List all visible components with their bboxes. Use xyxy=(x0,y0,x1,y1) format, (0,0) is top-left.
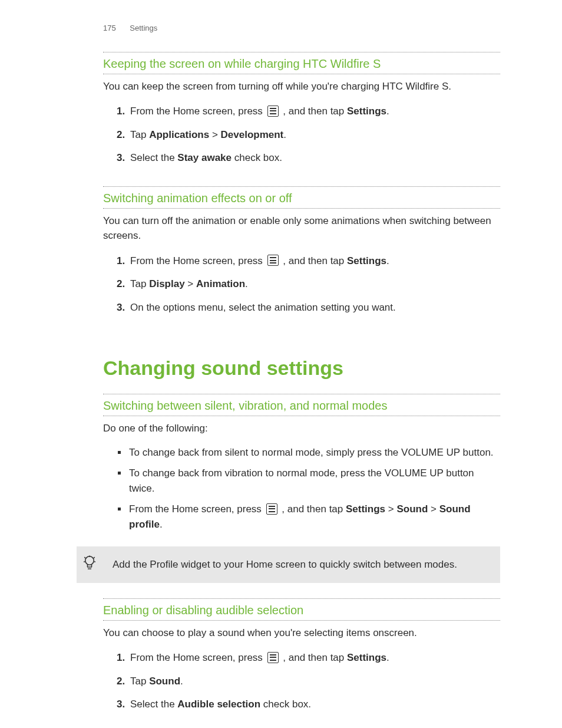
step-text: > xyxy=(209,129,220,140)
step-item: From the Home screen, press , and then t… xyxy=(128,646,500,670)
divider xyxy=(103,208,500,209)
bullet-item: To change back from silent to normal mod… xyxy=(128,442,500,463)
tip-callout: Add the Profile widget to your Home scre… xyxy=(77,546,500,583)
term-settings: Settings xyxy=(347,106,386,117)
step-text: . xyxy=(386,106,389,117)
step-text: Select the xyxy=(130,152,177,163)
term-sound: Sound xyxy=(396,503,428,515)
divider xyxy=(103,416,500,416)
step-text: . xyxy=(386,255,389,266)
term-development: Development xyxy=(221,129,284,140)
step-text: Tap xyxy=(130,676,149,687)
menu-icon xyxy=(267,652,279,663)
section-heading: Switching between silent, vibration, and… xyxy=(103,396,500,414)
lightbulb-icon xyxy=(81,555,98,576)
term-settings: Settings xyxy=(346,503,385,515)
step-text: > xyxy=(185,278,196,289)
bullet-text: > xyxy=(385,503,396,515)
bullet-item: To change back from vibration to normal … xyxy=(128,463,500,499)
step-text: . xyxy=(180,676,183,687)
section-heading: Switching animation effects on or off xyxy=(103,188,500,207)
step-item: Select the Audible selection check box. xyxy=(128,693,500,716)
steps-list: From the Home screen, press , and then t… xyxy=(103,646,500,716)
intro-text: Do one of the following: xyxy=(103,421,500,436)
tip-text: Add the Profile widget to your Home scre… xyxy=(113,557,457,572)
step-item: Tap Sound. xyxy=(128,670,500,693)
bullet-text: . xyxy=(160,519,163,530)
section-keep-screen-on: Keeping the screen on while charging HTC… xyxy=(103,52,500,170)
menu-icon xyxy=(267,255,279,266)
divider xyxy=(103,598,500,599)
document-page: 175 Settings Keeping the screen on while… xyxy=(0,0,562,728)
divider xyxy=(103,74,500,74)
steps-list: From the Home screen, press , and then t… xyxy=(103,100,500,170)
steps-list: From the Home screen, press , and then t… xyxy=(103,249,500,319)
term-settings: Settings xyxy=(347,255,386,266)
step-text: check box. xyxy=(232,152,282,163)
step-item: From the Home screen, press , and then t… xyxy=(128,249,500,273)
section-sound-modes: Switching between silent, vibration, and… xyxy=(103,394,500,535)
step-text: On the options menu, select the animatio… xyxy=(130,302,396,313)
running-header: 175 Settings xyxy=(103,22,500,34)
step-text: From the Home screen, press xyxy=(130,255,266,266)
page-number: 175 xyxy=(103,24,116,32)
chapter-heading: Changing sound settings xyxy=(103,353,500,383)
divider xyxy=(103,620,500,621)
bullet-text: To change back from vibration to normal … xyxy=(129,467,474,494)
step-text: , and then tap xyxy=(280,255,347,266)
section-heading: Enabling or disabling audible selection xyxy=(103,600,500,619)
step-item: Tap Display > Animation. xyxy=(128,272,500,296)
term-applications: Applications xyxy=(149,129,209,140)
step-text: , and then tap xyxy=(280,106,347,117)
bullet-text: > xyxy=(428,503,439,515)
step-text: From the Home screen, press xyxy=(130,652,266,663)
menu-icon xyxy=(267,106,279,117)
step-text: , and then tap xyxy=(280,652,347,663)
term-sound: Sound xyxy=(149,676,180,687)
intro-text: You can choose to play a sound when you'… xyxy=(103,625,500,641)
divider xyxy=(103,186,500,187)
step-text: Tap xyxy=(130,278,149,289)
divider xyxy=(103,394,500,394)
intro-text: You can keep the screen from turning off… xyxy=(103,79,500,94)
step-item: From the Home screen, press , and then t… xyxy=(128,100,500,123)
term-display: Display xyxy=(149,278,184,289)
step-text: From the Home screen, press xyxy=(130,106,266,117)
svg-point-0 xyxy=(85,556,94,565)
term-stay-awake: Stay awake xyxy=(177,152,232,163)
step-text: . xyxy=(386,652,389,663)
menu-icon xyxy=(266,503,277,515)
divider xyxy=(103,52,500,52)
step-text: check box. xyxy=(260,699,311,710)
section-heading: Keeping the screen on while charging HTC… xyxy=(103,54,500,73)
step-text: Tap xyxy=(130,129,149,140)
step-item: Select the Stay awake check box. xyxy=(128,146,500,170)
section-audible-selection: Enabling or disabling audible selection … xyxy=(103,598,500,716)
term-settings: Settings xyxy=(347,652,386,663)
bullet-text: , and then tap xyxy=(279,503,346,515)
step-text: . xyxy=(245,278,248,289)
bullet-item: From the Home screen, press , and then t… xyxy=(128,499,500,535)
bullet-list: To change back from silent to normal mod… xyxy=(103,442,500,535)
term-animation: Animation xyxy=(196,278,245,289)
section-animation: Switching animation effects on or off Yo… xyxy=(103,186,500,319)
step-item: Tap Applications > Development. xyxy=(128,123,500,147)
term-audible-selection: Audible selection xyxy=(177,699,260,710)
step-item: On the options menu, select the animatio… xyxy=(128,296,500,319)
bullet-text: From the Home screen, press xyxy=(129,503,265,515)
bullet-text: To change back from silent to normal mod… xyxy=(129,447,494,458)
intro-text: You can turn off the animation or enable… xyxy=(103,213,500,243)
step-text: Select the xyxy=(130,699,177,710)
step-text: . xyxy=(283,129,286,140)
header-section: Settings xyxy=(130,24,157,32)
